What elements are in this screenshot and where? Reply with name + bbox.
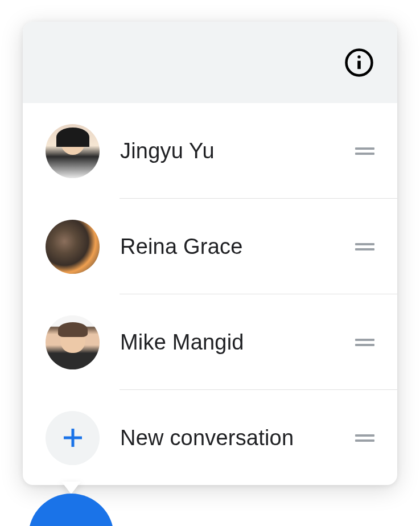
avatar <box>46 220 100 274</box>
drag-handle-icon[interactable] <box>355 339 374 346</box>
conversation-item[interactable]: Jingyu Yu <box>23 103 397 199</box>
conversations-list: Jingyu Yu Reina Grace Mike Mangid <box>23 103 397 485</box>
contact-name: Jingyu Yu <box>120 139 355 163</box>
drag-handle-icon[interactable] <box>355 434 374 442</box>
popup-pointer <box>61 482 81 494</box>
new-conversation-avatar <box>46 411 100 465</box>
avatar <box>46 315 100 369</box>
contact-name: Mike Mangid <box>120 330 355 355</box>
conversation-item[interactable]: Reina Grace <box>23 199 397 294</box>
info-icon <box>344 47 374 78</box>
drag-handle-icon[interactable] <box>355 147 374 155</box>
popup-header <box>23 22 397 103</box>
new-conversation-item[interactable]: New conversation <box>23 390 397 485</box>
conversation-item[interactable]: Mike Mangid <box>23 294 397 390</box>
contact-name: Reina Grace <box>120 235 355 259</box>
new-conversation-label: New conversation <box>120 426 355 450</box>
info-button[interactable] <box>344 47 374 78</box>
drag-handle-icon[interactable] <box>355 243 374 250</box>
conversations-popup: Jingyu Yu Reina Grace Mike Mangid <box>23 22 397 485</box>
avatar <box>46 124 100 178</box>
fab-button[interactable] <box>28 494 114 526</box>
svg-point-2 <box>357 55 360 58</box>
plus-icon <box>59 424 87 451</box>
